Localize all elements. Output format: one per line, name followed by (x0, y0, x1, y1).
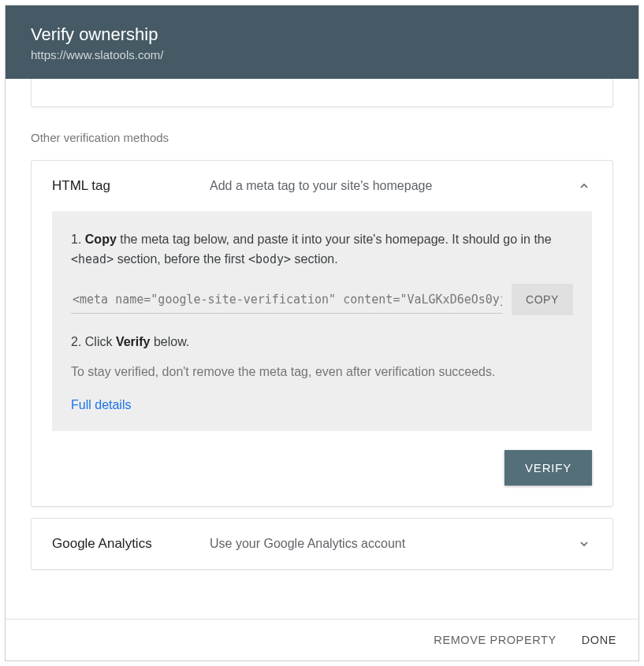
step1-mid: the meta tag below, and paste it into yo… (117, 233, 552, 246)
remove-property-button[interactable]: REMOVE PROPERTY (434, 634, 556, 646)
step1-prefix: 1. (71, 233, 85, 246)
step1-end: section. (291, 252, 338, 266)
verify-row: VERIFY (32, 450, 612, 506)
step-1: 1. Copy the meta tag below, and paste it… (71, 230, 573, 270)
verify-ownership-dialog: Verify ownership https://www.slatools.co… (5, 5, 639, 661)
chevron-down-icon (576, 536, 592, 552)
dialog-title: Verify ownership (31, 24, 613, 45)
chevron-up-icon (576, 178, 592, 194)
method-header-google-analytics[interactable]: Google Analytics Use your Google Analyti… (32, 519, 612, 569)
dialog-body: Other verification methods HTML tag Add … (6, 79, 638, 619)
step1-mid2: section, before the first (114, 252, 248, 266)
done-button[interactable]: DONE (582, 634, 616, 646)
previous-card-edge (31, 79, 613, 107)
method-card-html-tag: HTML tag Add a meta tag to your site's h… (31, 160, 613, 507)
verify-button[interactable]: VERIFY (504, 450, 592, 486)
method-name: Google Analytics (52, 536, 210, 552)
step2-bold: Verify (116, 335, 151, 348)
full-details-link[interactable]: Full details (71, 398, 131, 412)
meta-tag-snippet[interactable]: <meta name="google-site-verification" co… (71, 285, 502, 314)
step-2: 2. Click Verify below. (71, 333, 573, 352)
method-header-html-tag[interactable]: HTML tag Add a meta tag to your site's h… (32, 161, 612, 211)
dialog-header: Verify ownership https://www.slatools.co… (6, 6, 638, 79)
step1-code-body: <body> (248, 252, 291, 266)
copy-button[interactable]: COPY (512, 284, 573, 315)
dialog-subtitle: https://www.slatools.com/ (31, 48, 613, 61)
stay-verified-hint: To stay verified, don't remove the meta … (71, 363, 573, 382)
dialog-footer: REMOVE PROPERTY DONE (6, 619, 638, 660)
method-panel-html-tag: 1. Copy the meta tag below, and paste it… (52, 211, 592, 431)
method-name: HTML tag (52, 178, 210, 194)
step2-suffix: below. (151, 335, 190, 348)
step1-bold: Copy (85, 233, 117, 246)
step2-prefix: 2. Click (71, 335, 116, 348)
step1-code-head: <head> (71, 252, 114, 266)
method-desc: Use your Google Analytics account (210, 537, 576, 551)
method-card-google-analytics: Google Analytics Use your Google Analyti… (31, 518, 613, 570)
snippet-row: <meta name="google-site-verification" co… (71, 284, 573, 315)
method-desc: Add a meta tag to your site's homepage (210, 179, 576, 193)
other-methods-label: Other verification methods (31, 131, 613, 144)
